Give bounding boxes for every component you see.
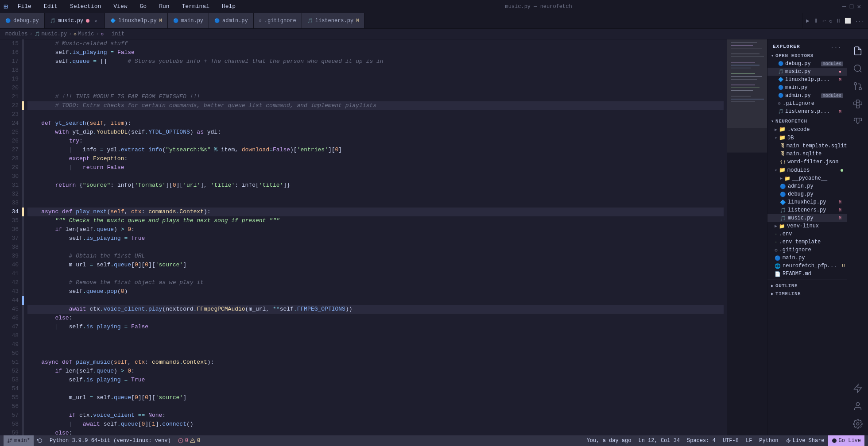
toolbar: ▶ ⏸ ↩ ↻ ⏸ ⬜ ... bbox=[802, 13, 868, 28]
encoding-item[interactable]: UTF-8 bbox=[719, 435, 742, 446]
step-icon[interactable]: ↻ bbox=[829, 18, 832, 24]
breadcrumb-filename[interactable]: music.py bbox=[42, 31, 67, 37]
chevron-right-timeline-icon: ▶ bbox=[771, 291, 774, 296]
file-env-template[interactable]: · .env_template bbox=[767, 238, 847, 246]
file-word-filter[interactable]: {} word-filter.json bbox=[767, 158, 847, 166]
folder-venv[interactable]: ▶ 📁 venv-linux bbox=[767, 222, 847, 230]
debug-icon[interactable]: ⏸ bbox=[813, 18, 819, 24]
menu-edit[interactable]: Edit bbox=[41, 2, 60, 11]
tab-listeners[interactable]: 🎵 listeners.py M bbox=[302, 13, 364, 28]
open-editor-music[interactable]: 🎵 music.py ● bbox=[767, 68, 847, 76]
run-icon[interactable]: ▶ bbox=[806, 17, 810, 24]
lightning-icon[interactable] bbox=[850, 381, 866, 396]
toolbar-more-icon[interactable]: ... bbox=[855, 18, 864, 24]
file-main-root[interactable]: 🔵 main.py bbox=[767, 254, 847, 262]
line-num-54: 54 bbox=[7, 384, 19, 393]
extensions-icon[interactable] bbox=[850, 96, 866, 112]
open-editor-listeners[interactable]: 🎵 listeners.p... M bbox=[767, 108, 847, 115]
user-info-item[interactable]: You, a day ago bbox=[583, 435, 635, 446]
file-listeners[interactable]: 🎵 listeners.py M bbox=[767, 206, 847, 214]
folder-pycache-label: __pycache__ bbox=[792, 175, 827, 181]
python-env-item[interactable]: Python 3.9.9 64-bit (venv-linux: venv) bbox=[46, 435, 174, 446]
menu-view[interactable]: View bbox=[111, 2, 130, 11]
split-editor-icon[interactable]: ⬜ bbox=[845, 18, 851, 24]
tab-music-close[interactable]: ✕ bbox=[92, 17, 99, 24]
file-env-template-icon: · bbox=[775, 239, 778, 245]
source-control-icon[interactable] bbox=[850, 78, 866, 94]
open-editor-gitignore[interactable]: ⚙ .gitignore bbox=[767, 100, 847, 108]
menu-help[interactable]: Help bbox=[219, 2, 238, 11]
file-gitignore-icon: ⚙ bbox=[775, 247, 778, 253]
menu-run[interactable]: Run bbox=[156, 2, 172, 11]
menu-go[interactable]: Go bbox=[137, 2, 150, 11]
open-editor-admin[interactable]: 🔵 admin.py modules bbox=[767, 92, 847, 100]
timeline-toggle[interactable]: ▶ TIMELINE bbox=[767, 290, 847, 298]
file-linuxhelp[interactable]: 🔷 linuxhelp.py M bbox=[767, 198, 847, 206]
menu-terminal[interactable]: Terminal bbox=[179, 2, 212, 11]
file-linuxhelp-icon: 🔷 bbox=[780, 200, 786, 205]
open-editors-toggle[interactable]: ▾ OPEN EDITORS bbox=[767, 52, 847, 60]
tab-admin[interactable]: 🔵 admin.py bbox=[209, 13, 254, 28]
file-music-active[interactable]: 🎵 music.py M bbox=[767, 214, 847, 222]
menu-file[interactable]: File bbox=[15, 2, 34, 11]
code-line-58: | await self.queue[0][1].connect() bbox=[27, 420, 724, 429]
line-num-36: 36 bbox=[7, 225, 19, 234]
open-editor-debug[interactable]: 🔵 debug.py modules bbox=[767, 60, 847, 68]
tab-linuxhelp[interactable]: 🔷 linuxhelp.py M bbox=[105, 13, 167, 28]
folder-vscode[interactable]: ▶ 📁 .vscode bbox=[767, 125, 847, 134]
file-gitignore[interactable]: ⚙ .gitignore bbox=[767, 246, 847, 254]
files-icon[interactable] bbox=[850, 43, 866, 59]
file-main-sqlite[interactable]: 🗄 main.sqlite bbox=[767, 150, 847, 158]
code-line-34: async def play_next(self, ctx: commands.… bbox=[27, 208, 724, 216]
folder-db[interactable]: ▾ 📁 DB bbox=[767, 134, 847, 142]
file-admin[interactable]: 🔵 admin.py bbox=[767, 182, 847, 190]
step-back-icon[interactable]: ↩ bbox=[822, 18, 825, 24]
window-controls[interactable]: ─ □ ✕ bbox=[839, 3, 864, 10]
outline-toggle[interactable]: ▶ OUTLINE bbox=[767, 282, 847, 290]
stop-icon[interactable]: ⏸ bbox=[836, 18, 841, 24]
go-live-item[interactable]: Go Live bbox=[828, 435, 864, 446]
tab-gitignore-label: .gitignore bbox=[264, 18, 296, 24]
tab-main[interactable]: 🔵 main.py bbox=[168, 13, 209, 28]
explorer-more-icon[interactable]: ... bbox=[830, 43, 841, 50]
window-title: music.py — neurofetch bbox=[245, 4, 832, 10]
line-num-19: 19 bbox=[7, 75, 19, 84]
account-icon[interactable] bbox=[850, 398, 866, 414]
open-editor-main[interactable]: 🔵 main.py bbox=[767, 84, 847, 92]
file-main-template-sqlite[interactable]: 🗄 main_template.sqlite bbox=[767, 142, 847, 150]
tab-debug[interactable]: 🔵 debug.py bbox=[0, 13, 45, 28]
search-icon[interactable] bbox=[850, 61, 866, 77]
line-col-item[interactable]: Ln 12, Col 34 bbox=[635, 435, 683, 446]
tab-music[interactable]: 🎵 music.py ✕ bbox=[45, 13, 105, 28]
open-editor-admin-name: admin.py bbox=[785, 92, 811, 99]
menu-selection[interactable]: Selection bbox=[67, 2, 104, 11]
code-area[interactable]: # Music-related stuff self.is_playing = … bbox=[24, 39, 727, 435]
neurofetch-toggle[interactable]: ▾ NEUROFETCH bbox=[767, 117, 847, 125]
folder-db-label: DB bbox=[787, 135, 794, 141]
settings-icon[interactable] bbox=[850, 416, 866, 432]
breadcrumb-class[interactable]: Music bbox=[78, 31, 94, 37]
folder-modules-icon: 📁 bbox=[779, 167, 786, 173]
language-item[interactable]: Python bbox=[756, 435, 782, 446]
file-debug[interactable]: 🔵 debug.py bbox=[767, 190, 847, 198]
breadcrumb-file-icon: 🎵 bbox=[35, 31, 40, 37]
breadcrumb-modules[interactable]: modules bbox=[5, 31, 27, 37]
live-share-item[interactable]: Live Share bbox=[782, 435, 828, 446]
title-bar: ⊞ File Edit Selection View Go Run Termin… bbox=[0, 0, 868, 13]
spaces-item[interactable]: Spaces: 4 bbox=[683, 435, 719, 446]
file-neurofetch-pfp[interactable]: 🌐 neurofetch_pfp... U bbox=[767, 262, 847, 270]
sync-icon-item[interactable] bbox=[34, 435, 46, 446]
file-readme[interactable]: 📄 README.md bbox=[767, 270, 847, 278]
git-branch-item[interactable]: main* bbox=[4, 435, 34, 446]
line-ending-item[interactable]: LF bbox=[742, 435, 756, 446]
errors-item[interactable]: 0 0 bbox=[174, 435, 204, 446]
file-gitignore-label: .gitignore bbox=[779, 247, 811, 253]
tab-gitignore[interactable]: ⚙ .gitignore bbox=[254, 13, 302, 28]
file-env[interactable]: · .env bbox=[767, 230, 847, 238]
open-editor-linuxhelp[interactable]: 🔷 linuxhelp.p... M bbox=[767, 76, 847, 84]
folder-pycache[interactable]: ▶ 📁 __pycache__ bbox=[767, 174, 847, 182]
folder-modules[interactable]: ▾ 📁 modules bbox=[767, 166, 847, 174]
open-editor-listeners-badge: M bbox=[837, 109, 843, 114]
test-icon[interactable] bbox=[850, 114, 866, 130]
breadcrumb-method[interactable]: __init__ bbox=[105, 31, 131, 37]
